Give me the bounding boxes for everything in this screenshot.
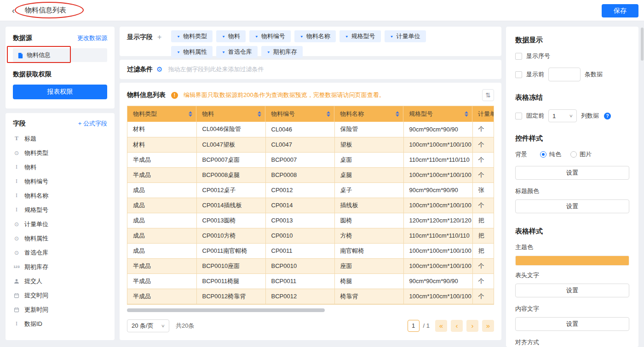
sort-icon[interactable] — [258, 111, 261, 117]
prev-page-button[interactable]: ‹ — [451, 320, 463, 332]
field-item[interactable]: 123期初库存 — [13, 260, 107, 274]
field-item[interactable]: 更新时间 — [13, 302, 107, 317]
table-row: 成品CP0014插线板CP0014插线板100cm*100cm*100/100个 — [127, 198, 494, 213]
freeze-count-select[interactable]: 1 ∨ — [548, 109, 577, 122]
display-field-chip[interactable]: ▼计量单位 — [385, 30, 426, 42]
table-cell: CP0013圆椅 — [196, 213, 265, 228]
show-index-checkbox[interactable] — [515, 53, 522, 60]
display-fields-label: 显示字段 — [127, 33, 153, 41]
column-header[interactable]: 规格型号 — [403, 106, 472, 122]
display-field-chip[interactable]: ▼期初库存 — [261, 46, 303, 58]
scrollbar-thumb[interactable] — [641, 28, 644, 61]
current-page-box[interactable]: 1 — [408, 320, 420, 332]
field-item-label: 计量单位 — [24, 220, 48, 228]
field-item[interactable]: ⊙计量单位 — [13, 217, 107, 231]
solid-color-radio[interactable]: 纯色 — [540, 150, 561, 159]
table-cell: 半成品 — [127, 167, 196, 182]
field-item[interactable]: I数据ID — [13, 317, 107, 331]
display-field-chip[interactable]: ▼物料 — [216, 30, 246, 42]
document-icon — [17, 52, 23, 58]
header-text-set-button[interactable]: 设置 — [515, 284, 629, 297]
column-header[interactable]: 物料类型 — [127, 106, 196, 122]
content-text-set-button[interactable]: 设置 — [515, 317, 629, 331]
first-page-button[interactable]: « — [435, 320, 447, 332]
sort-icon[interactable] — [396, 111, 399, 117]
table-cell: 半成品 — [127, 152, 196, 167]
show-first-count-input[interactable] — [548, 68, 581, 81]
display-field-chip[interactable]: ▼物料类型 — [171, 30, 213, 42]
total-pages: / 1 — [423, 322, 430, 329]
chevron-down-icon: ∨ — [569, 114, 573, 118]
sort-icon[interactable] — [327, 111, 330, 117]
page-scrollbar[interactable] — [641, 23, 644, 347]
display-field-chip[interactable]: ▼首选仓库 — [216, 46, 258, 58]
filter-placeholder: 拖动左侧字段到此处来添加过滤条件 — [168, 65, 264, 74]
column-header[interactable]: 计量单位 — [472, 106, 494, 122]
sort-icon[interactable] — [465, 111, 468, 117]
chevron-down-icon: ▼ — [222, 34, 225, 38]
theme-color-swatch[interactable] — [515, 256, 629, 266]
field-item[interactable]: ⊙首选仓库 — [13, 245, 107, 260]
field-item[interactable]: T标题 — [13, 131, 107, 146]
back-icon[interactable]: ‹ — [12, 6, 15, 15]
field-item[interactable]: I规格型号 — [13, 203, 107, 217]
field-item[interactable]: ⊙物料类型 — [13, 146, 107, 160]
change-datasource-link[interactable]: 更改数据源 — [77, 34, 107, 42]
field-item[interactable]: I物料编号 — [13, 174, 107, 188]
report-permission-button[interactable]: 报表权限 — [13, 85, 107, 99]
column-header[interactable]: 物料编号 — [265, 106, 334, 122]
freeze-checkbox[interactable] — [515, 113, 522, 119]
scrollbar-thumb[interactable] — [127, 308, 325, 312]
table-cell: 把 — [472, 243, 494, 258]
horizontal-scrollbar[interactable] — [127, 308, 494, 312]
table-cell: CL0047望板 — [196, 137, 265, 152]
display-field-chip[interactable]: ▼规格型号 — [339, 30, 381, 42]
page-size-select[interactable]: 20 条/页 ∨ — [127, 319, 169, 332]
table-cell: 成品 — [127, 198, 196, 213]
column-header[interactable]: 物料名称 — [334, 106, 403, 122]
last-page-button[interactable]: » — [482, 320, 494, 332]
add-display-field-icon[interactable]: + — [157, 34, 161, 41]
chip-label: 规格型号 — [351, 32, 375, 40]
table-cell: BCP0008 — [265, 167, 334, 182]
save-button[interactable]: 保存 — [602, 4, 638, 17]
title-color-set-button[interactable]: 设置 — [515, 199, 629, 213]
sort-toggle-button[interactable]: ⇅ — [482, 89, 494, 101]
table-cell: 半成品 — [127, 273, 196, 289]
table-cell: 座面 — [334, 258, 403, 273]
title-icon: T — [13, 135, 20, 142]
show-first-checkbox[interactable] — [515, 71, 522, 78]
control-style-heading: 控件样式 — [515, 134, 629, 143]
table-cell: BCP0012椅靠背 — [196, 289, 265, 304]
field-item[interactable]: I物料 — [13, 160, 107, 174]
background-set-button[interactable]: 设置 — [515, 166, 629, 180]
add-formula-field-link[interactable]: + 公式字段 — [78, 119, 107, 128]
fields-panel: 字段 + 公式字段 T标题⊙物料类型I物料I物料编号I物料名称I规格型号⊙计量单… — [6, 113, 115, 340]
select-icon: ⊙ — [13, 250, 20, 256]
datasource-item[interactable]: 物料信息 — [13, 48, 107, 62]
sort-icon[interactable] — [189, 111, 192, 117]
table-cell: 椅靠背 — [334, 289, 403, 304]
field-item[interactable]: 提交时间 — [13, 288, 107, 302]
display-field-chip[interactable]: ▼物料名称 — [294, 30, 336, 42]
table-cell: CP0014 — [265, 198, 334, 213]
display-field-chip[interactable]: ▼物料属性 — [171, 46, 213, 58]
table-cell: CP0012桌子 — [196, 182, 265, 198]
text-icon: I — [13, 164, 20, 171]
text-icon: I — [13, 178, 20, 185]
table-cell: 120cm*120cm*120/120 — [403, 213, 472, 228]
page-title: 物料信息列表 — [25, 6, 66, 15]
field-item[interactable]: I物料名称 — [13, 188, 107, 203]
help-icon[interactable]: ? — [604, 113, 611, 119]
data-table: 物料类型物料物料编号物料名称规格型号计量单位 材料CL0046保险管CL0046… — [127, 106, 494, 304]
table-cell: 个 — [472, 137, 494, 152]
gear-icon[interactable]: ⚙ — [156, 65, 162, 74]
select-icon: ⊙ — [13, 150, 20, 156]
column-header[interactable]: 物料 — [196, 106, 265, 122]
field-item[interactable]: ⊙物料属性 — [13, 231, 107, 245]
field-item[interactable]: 提交人 — [13, 274, 107, 288]
next-page-button[interactable]: › — [466, 320, 478, 332]
filter-drop-zone[interactable]: 过滤条件 ⚙ 拖动左侧字段到此处来添加过滤条件 — [120, 60, 501, 79]
display-field-chip[interactable]: ▼物料编号 — [249, 30, 291, 42]
image-radio[interactable]: 图片 — [570, 150, 592, 159]
